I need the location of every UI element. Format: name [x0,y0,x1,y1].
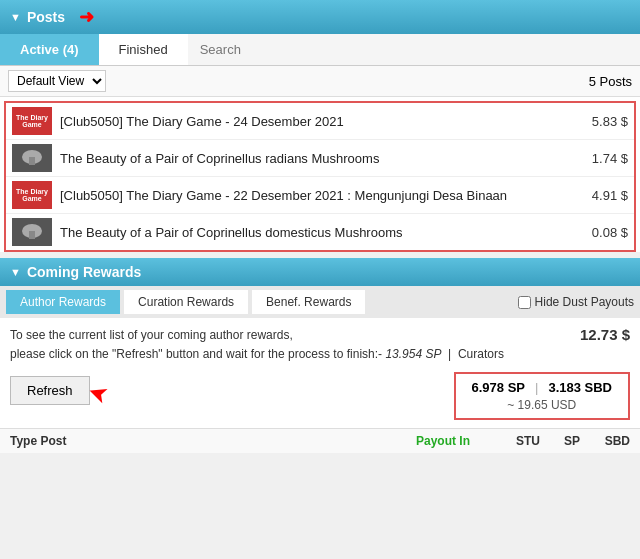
posts-toolbar: Default View 5 Posts [0,66,640,97]
sp-sbd-box: 6.978 SP | 3.183 SBD ~ 19.65 USD [454,372,630,420]
view-select[interactable]: Default View [8,70,106,92]
post-value: 4.91 $ [592,188,628,203]
collapse-rewards-icon[interactable]: ▼ [10,266,21,278]
rewards-info: To see the current list of your coming a… [0,318,640,368]
tab-benef-rewards[interactable]: Benef. Rewards [252,290,365,314]
svg-rect-1 [29,157,35,165]
tab-author-rewards[interactable]: Author Rewards [6,290,120,314]
col-sp: SP [540,434,580,448]
refresh-button[interactable]: Refresh [10,376,90,405]
table-row[interactable]: The Diary Game [Club5050] The Diary Game… [6,103,634,140]
post-value: 0.08 $ [592,225,628,240]
coming-rewards-section: ▼ Coming Rewards Author Rewards Curation… [0,258,640,453]
red-arrow-decoration: ➜ [79,6,94,28]
post-value: 1.74 $ [592,151,628,166]
posts-section: ▼ Posts ➜ Active (4) Finished Default Vi… [0,0,640,252]
hide-dust-text: Hide Dust Payouts [535,295,634,309]
posts-list: The Diary Game [Club5050] The Diary Game… [4,101,636,252]
hide-dust-checkbox[interactable] [518,296,531,309]
sbd-value: 3.183 SBD [548,380,612,395]
post-thumbnail [12,144,52,172]
col-payout-in: Payout In [416,434,470,448]
tab-finished[interactable]: Finished [99,34,188,65]
search-input[interactable] [188,34,640,65]
post-value: 5.83 $ [592,114,628,129]
posts-header: ▼ Posts ➜ [0,0,640,34]
rewards-total: 12.73 $ [580,326,630,343]
rewards-description: To see the current list of your coming a… [10,326,504,364]
post-title: The Beauty of a Pair of Coprinellus radi… [60,151,584,166]
divider: | [535,380,538,395]
posts-count: 5 Posts [589,74,632,89]
collapse-icon[interactable]: ▼ [10,11,21,23]
post-title: [Club5050] The Diary Game - 24 Desember … [60,114,584,129]
col-type-post: Type Post [10,434,416,448]
post-thumbnail [12,218,52,246]
col-sbd: SBD [580,434,630,448]
post-title: [Club5050] The Diary Game - 22 Desember … [60,188,584,203]
posts-tabs: Active (4) Finished [0,34,640,66]
total-amount: 12.73 $ [580,326,630,343]
col-stu: STU [490,434,540,448]
svg-rect-3 [29,231,35,239]
usd-value: ~ 19.65 USD [472,398,612,412]
refresh-area: Refresh ➤ [10,372,108,408]
rewards-action: Refresh ➤ 6.978 SP | 3.183 SBD ~ 19.65 U… [0,368,640,428]
hide-dust-label[interactable]: Hide Dust Payouts [518,295,634,309]
post-thumbnail: The Diary Game [12,107,52,135]
tab-active[interactable]: Active (4) [0,34,99,65]
tab-curation-rewards[interactable]: Curation Rewards [124,290,248,314]
coming-rewards-title: Coming Rewards [27,264,141,280]
sp-value: 6.978 SP [472,380,526,395]
post-title: The Beauty of a Pair of Coprinellus dome… [60,225,584,240]
table-header: Type Post Payout In STU SP SBD [0,428,640,453]
rewards-tabs: Author Rewards Curation Rewards Benef. R… [0,286,640,318]
post-thumbnail: The Diary Game [12,181,52,209]
posts-title: Posts [27,9,65,25]
sp-sbd-row: 6.978 SP | 3.183 SBD [472,380,612,395]
coming-rewards-header: ▼ Coming Rewards [0,258,640,286]
table-row[interactable]: The Beauty of a Pair of Coprinellus radi… [6,140,634,177]
table-row[interactable]: The Beauty of a Pair of Coprinellus dome… [6,214,634,250]
table-row[interactable]: The Diary Game [Club5050] The Diary Game… [6,177,634,214]
